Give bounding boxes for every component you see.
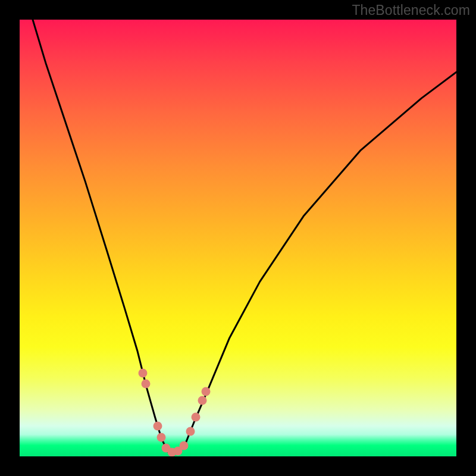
v-curve-path (33, 20, 456, 456)
marker-dot (202, 387, 211, 396)
marker-dot (192, 413, 201, 422)
watermark-text: TheBottleneck.com (352, 2, 470, 18)
bottleneck-curve (33, 20, 456, 456)
marker-dot (142, 380, 151, 389)
marker-dot (186, 427, 195, 436)
curve-layer (20, 20, 456, 456)
marker-band (139, 369, 211, 457)
marker-dot (154, 422, 162, 431)
plot-area (20, 20, 456, 456)
marker-dot (157, 433, 166, 442)
marker-dot (198, 396, 207, 405)
marker-dot (180, 441, 189, 450)
marker-dot (139, 369, 148, 378)
chart-frame: TheBottleneck.com (0, 0, 476, 476)
